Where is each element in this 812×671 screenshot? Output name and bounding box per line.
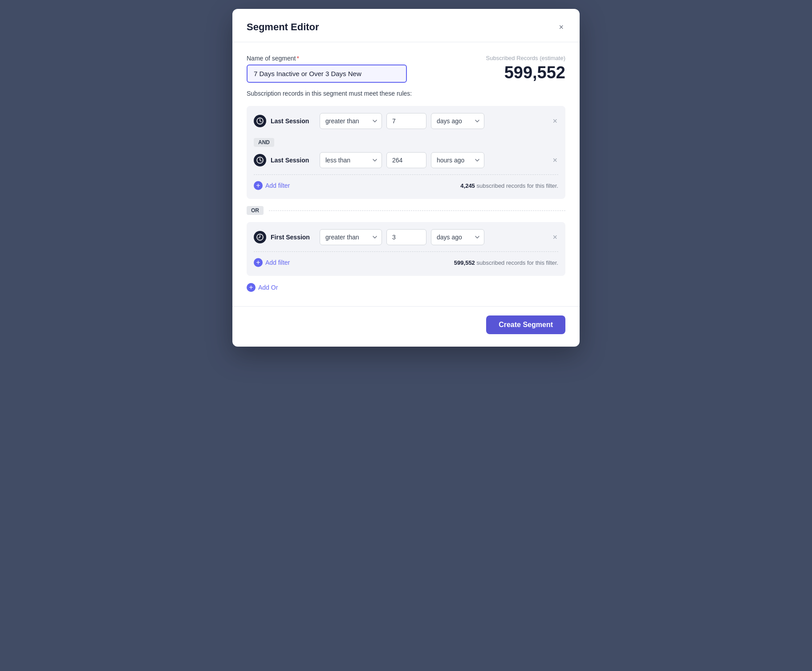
modal-body: Name of segment* Subscribed Records (est… bbox=[232, 42, 580, 306]
filter-unit-select-1[interactable]: days ago hours ago weeks ago bbox=[431, 113, 484, 129]
modal-footer: Create Segment bbox=[232, 306, 580, 347]
filter-group-2-footer: + Add filter 599,552 subscribed records … bbox=[254, 251, 558, 269]
filter-group-2-count: 599,552 subscribed records for this filt… bbox=[454, 259, 558, 266]
rules-description: Subscription records in this segment mus… bbox=[247, 90, 565, 97]
add-or-plus-icon: + bbox=[247, 283, 256, 292]
first-session-icon bbox=[254, 231, 266, 243]
segment-name-label: Name of segment* bbox=[247, 55, 407, 62]
filter-unit-select-2[interactable]: days ago hours ago weeks ago bbox=[431, 152, 484, 168]
filter-value-input-3[interactable] bbox=[386, 229, 426, 245]
required-indicator: * bbox=[297, 55, 299, 62]
and-badge: AND bbox=[254, 135, 558, 152]
filter-field-label-1: Last Session bbox=[271, 117, 315, 125]
add-filter-plus-icon-1: + bbox=[254, 181, 263, 190]
or-divider: OR bbox=[247, 206, 565, 215]
filter-condition-select-2[interactable]: greater than less than equals is set is … bbox=[320, 152, 382, 168]
modal-overlay: Segment Editor × Name of segment* Subscr… bbox=[0, 0, 812, 671]
add-filter-button-1[interactable]: + Add filter bbox=[254, 179, 290, 192]
add-filter-button-2[interactable]: + Add filter bbox=[254, 256, 290, 269]
remove-filter-button-1[interactable]: × bbox=[552, 116, 558, 126]
subscribed-records-count: 599,552 bbox=[486, 63, 565, 82]
filter-group-2: First Session greater than less than equ… bbox=[247, 222, 565, 276]
subscribed-records-group: Subscribed Records (estimate) 599,552 bbox=[486, 55, 565, 82]
name-records-row: Name of segment* Subscribed Records (est… bbox=[247, 55, 565, 83]
filter-condition-select-3[interactable]: greater than less than equals is set is … bbox=[320, 229, 382, 245]
modal-title: Segment Editor bbox=[247, 21, 319, 33]
add-or-button[interactable]: + Add Or bbox=[247, 281, 278, 294]
filter-value-input-2[interactable] bbox=[386, 152, 426, 168]
filter-row-2: Last Session greater than less than equa… bbox=[254, 152, 558, 168]
filter-unit-select-3[interactable]: days ago hours ago weeks ago bbox=[431, 229, 484, 245]
close-button[interactable]: × bbox=[557, 21, 565, 33]
modal-header: Segment Editor × bbox=[232, 9, 580, 42]
segment-name-input[interactable] bbox=[247, 65, 407, 83]
segment-editor-modal: Segment Editor × Name of segment* Subscr… bbox=[232, 9, 580, 347]
filter-row-1: Last Session greater than less than equa… bbox=[254, 113, 558, 129]
subscribed-records-label: Subscribed Records (estimate) bbox=[486, 55, 565, 61]
segment-name-group: Name of segment* bbox=[247, 55, 407, 83]
or-line bbox=[269, 210, 565, 211]
filter-group-1: Last Session greater than less than equa… bbox=[247, 106, 565, 199]
filter-field-label-3: First Session bbox=[271, 234, 315, 241]
last-session-icon-2 bbox=[254, 154, 266, 166]
filter-row-3: First Session greater than less than equ… bbox=[254, 229, 558, 245]
filter-field-label-2: Last Session bbox=[271, 157, 315, 164]
filter-condition-select-1[interactable]: greater than less than equals is set is … bbox=[320, 113, 382, 129]
remove-filter-button-3[interactable]: × bbox=[552, 232, 558, 242]
filter-value-input-1[interactable] bbox=[386, 113, 426, 129]
filter-group-1-footer: + Add filter 4,245 subscribed records fo… bbox=[254, 174, 558, 192]
add-filter-plus-icon-2: + bbox=[254, 258, 263, 267]
filter-group-1-count: 4,245 subscribed records for this filter… bbox=[460, 182, 558, 189]
last-session-icon-1 bbox=[254, 115, 266, 127]
create-segment-button[interactable]: Create Segment bbox=[486, 315, 565, 334]
remove-filter-button-2[interactable]: × bbox=[552, 155, 558, 165]
